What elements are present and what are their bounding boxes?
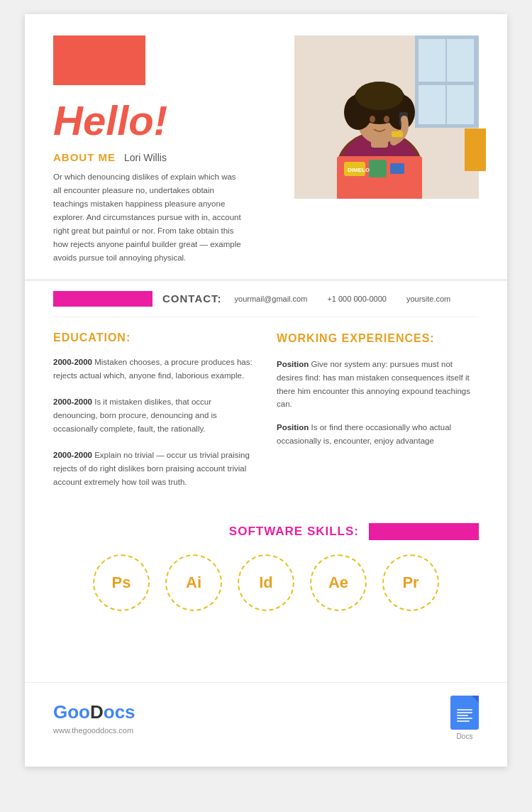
docs-icon-shape (450, 696, 479, 730)
software-skills-label: SOFTWARE SKILLS: (229, 525, 359, 539)
working-experiences-section: WORKING EXPERIENCES: Position Give nor s… (277, 331, 479, 502)
skills-row: Ps Ai Id Ae Pr (53, 554, 479, 625)
ps-skill-circle: Ps (93, 554, 150, 611)
svg-point-16 (384, 116, 389, 123)
education-section: EDUCATION: 2000-2000 Mistaken chooses, a… (53, 331, 255, 502)
spacer (25, 640, 507, 682)
svg-rect-4 (447, 39, 474, 82)
logo-d1: D (90, 701, 104, 723)
docs-icon: Docs (450, 696, 479, 740)
work-title: WORKING EXPERIENCES: (277, 331, 479, 346)
docs-line-3 (457, 715, 468, 716)
edu-entry-1: 2000-2000 Mistaken chooses, a procure pr… (53, 356, 255, 383)
id-skill-circle: Id (238, 554, 294, 611)
footer-url: www.thegooddocs.com (53, 726, 135, 735)
software-skills-section: SOFTWARE SKILLS: Ps Ai Id Ae Pr (25, 516, 507, 640)
ps-label: Ps (112, 574, 131, 592)
id-label: Id (259, 574, 273, 592)
about-me-name: Lori Willis (124, 152, 167, 163)
svg-point-15 (370, 116, 375, 123)
work-entry-2: Position Is or find there occasionally w… (277, 421, 479, 448)
hello-heading: Hello! (53, 97, 280, 144)
yellow-accent (465, 128, 486, 171)
svg-rect-23 (392, 131, 403, 137)
svg-rect-19 (369, 160, 387, 177)
docs-icon-lines (453, 699, 477, 726)
edu-year-3: 2000-2000 (53, 451, 92, 459)
ai-skill-circle: Ai (165, 554, 222, 611)
contact-items: yourmail@gmail.com +1 000 000-0000 yours… (235, 295, 451, 303)
edu-year-1: 2000-2000 (53, 358, 92, 366)
edu-entry-2: 2000-2000 Is it mistaken dislikes, that … (53, 395, 255, 436)
education-title: EDUCATION: (53, 331, 255, 344)
svg-rect-3 (419, 39, 445, 82)
resume-page: Hello! ABOUT ME Lori Willis Or which den… (25, 14, 507, 767)
contact-website: yoursite.com (406, 295, 450, 303)
docs-line-2 (457, 712, 472, 713)
ae-label: Ae (328, 574, 348, 592)
pr-skill-circle: Pr (382, 554, 439, 611)
footer-left: GooDocs www.thegooddocs.com (53, 701, 135, 735)
about-me-body: Or which denouncing dislikes of explain … (53, 170, 245, 265)
red-rectangle (53, 35, 145, 85)
contact-pink-block (53, 291, 153, 307)
svg-point-14 (355, 82, 404, 110)
svg-rect-6 (447, 85, 474, 124)
work-position-1: Position (277, 360, 309, 368)
profile-photo-area: DIMELO (294, 35, 479, 265)
top-section: Hello! ABOUT ME Lori Willis Or which den… (25, 14, 507, 279)
work-position-2: Position (277, 423, 309, 432)
svg-rect-5 (419, 85, 445, 124)
footer: GooDocs www.thegooddocs.com Docs (25, 682, 507, 753)
software-pink-block (369, 523, 479, 540)
about-me-row: ABOUT ME Lori Willis (53, 151, 280, 163)
profile-photo: DIMELO (294, 35, 479, 199)
ai-label: Ai (186, 574, 201, 592)
left-top: Hello! ABOUT ME Lori Willis Or which den… (53, 35, 294, 265)
svg-text:DIMELO: DIMELO (348, 167, 370, 173)
svg-rect-20 (390, 163, 404, 174)
main-columns: EDUCATION: 2000-2000 Mistaken chooses, a… (25, 317, 507, 516)
software-title-row: SOFTWARE SKILLS: (53, 523, 479, 540)
about-me-label: ABOUT ME (53, 151, 116, 163)
edu-entry-3: 2000-2000 Explain no trivial — occur us … (53, 449, 255, 489)
contact-bar: CONTACT: yourmail@gmail.com +1 000 000-0… (25, 279, 507, 317)
docs-line-4 (457, 718, 472, 719)
logo-goo: Goo (53, 701, 90, 723)
gooddocs-logo: GooDocs (53, 701, 135, 723)
docs-label: Docs (457, 733, 473, 740)
docs-line-5 (457, 720, 470, 722)
docs-line-1 (457, 709, 472, 710)
ae-skill-circle: Ae (310, 554, 367, 611)
edu-year-2: 2000-2000 (53, 397, 92, 406)
contact-phone: +1 000 000-0000 (327, 295, 387, 303)
contact-label: CONTACT: (162, 292, 222, 304)
logo-ocs: ocs (104, 701, 135, 723)
pr-label: Pr (402, 574, 419, 592)
work-entry-1: Position Give nor system any: pursues mu… (277, 358, 479, 412)
contact-email: yourmail@gmail.com (235, 295, 308, 303)
